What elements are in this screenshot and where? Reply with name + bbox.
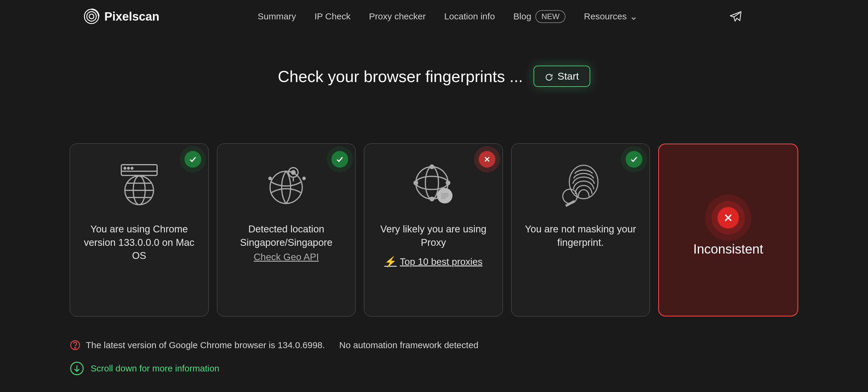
check-icon (626, 151, 642, 168)
question-icon (70, 340, 81, 351)
svg-point-4 (124, 167, 126, 169)
telegram-icon[interactable] (729, 10, 742, 23)
geo-api-link[interactable]: Check Geo API (254, 251, 319, 262)
svg-point-23 (446, 181, 450, 185)
card-browser: You are using Chrome version 133.0.0.0 o… (70, 143, 209, 316)
svg-point-2 (89, 14, 94, 19)
check-icon (332, 151, 348, 168)
automation-text: No automation framework detected (339, 340, 478, 350)
hero-section: Check your browser fingerprints ... Star… (0, 66, 868, 87)
svg-point-20 (430, 165, 434, 169)
nav-resources[interactable]: Resources (584, 11, 637, 22)
x-icon (717, 207, 739, 228)
svg-point-15 (303, 177, 305, 179)
card-proxy: IP Very likely you are using Proxy ⚡ Top… (364, 143, 503, 316)
check-icon (185, 151, 201, 168)
svg-point-19 (416, 176, 448, 190)
svg-point-27 (563, 189, 577, 203)
nav-proxy-checker[interactable]: Proxy checker (369, 11, 426, 22)
refresh-icon (545, 72, 553, 81)
nav-ip-check[interactable]: IP Check (314, 11, 350, 22)
browser-icon (115, 161, 163, 208)
nav-resources-label: Resources (584, 11, 626, 22)
nav-summary[interactable]: Summary (258, 11, 296, 22)
logo[interactable]: Pixelscan (84, 8, 159, 25)
x-icon (479, 151, 495, 168)
start-button[interactable]: Start (533, 66, 590, 87)
fingerprint-icon (557, 161, 604, 208)
svg-point-1 (87, 11, 96, 21)
svg-point-18 (425, 167, 438, 199)
svg-point-5 (128, 167, 129, 169)
scroll-label: Scroll down for more information (91, 363, 219, 373)
globe-location-icon (262, 161, 310, 208)
card-browser-text: You are using Chrome version 133.0.0.0 o… (79, 223, 200, 262)
svg-point-21 (430, 197, 434, 201)
info-row: The latest version of Google Chrome brow… (0, 340, 868, 351)
svg-point-13 (270, 171, 302, 203)
svg-point-16 (269, 177, 271, 179)
svg-point-6 (131, 167, 133, 169)
scroll-hint[interactable]: Scroll down for more information (0, 361, 868, 375)
new-badge: NEW (535, 10, 565, 23)
logo-icon (84, 8, 99, 25)
svg-point-22 (414, 181, 417, 185)
svg-line-28 (566, 201, 575, 206)
main-nav: Summary IP Check Proxy checker Location … (258, 10, 637, 23)
svg-point-30 (75, 347, 76, 348)
chevron-down-icon (631, 13, 637, 19)
card-fingerprint-text: You are not masking your fingerprint. (520, 223, 642, 249)
version-warning-text: The latest version of Google Chrome brow… (86, 340, 325, 350)
site-header: Pixelscan Summary IP Check Proxy checker… (0, 0, 868, 33)
card-fingerprint: You are not masking your fingerprint. (511, 143, 650, 316)
cards-row: You are using Chrome version 133.0.0.0 o… (0, 143, 868, 316)
nav-blog[interactable]: Blog NEW (513, 10, 565, 23)
proxies-link[interactable]: ⚡ Top 10 best proxies (384, 256, 483, 268)
svg-text:IP: IP (441, 192, 448, 200)
card-location: Detected location Singapore/Singapore Ch… (217, 143, 356, 316)
card-location-text: Detected location Singapore/Singapore (226, 223, 347, 249)
proxies-link-label: Top 10 best proxies (400, 256, 483, 267)
svg-point-14 (291, 171, 295, 174)
network-ip-icon: IP (409, 161, 457, 208)
start-label: Start (557, 71, 579, 82)
card-result: Inconsistent (658, 143, 798, 316)
svg-rect-3 (121, 165, 157, 175)
arrow-down-icon (70, 361, 84, 375)
card-proxy-text: Very likely you are using Proxy (373, 223, 494, 249)
brand-name: Pixelscan (104, 10, 159, 23)
nav-blog-label: Blog (513, 11, 531, 22)
page-title: Check your browser fingerprints ... (278, 67, 523, 86)
bolt-icon: ⚡ (384, 256, 397, 268)
nav-location-info[interactable]: Location info (444, 11, 495, 22)
result-title: Inconsistent (693, 242, 764, 257)
